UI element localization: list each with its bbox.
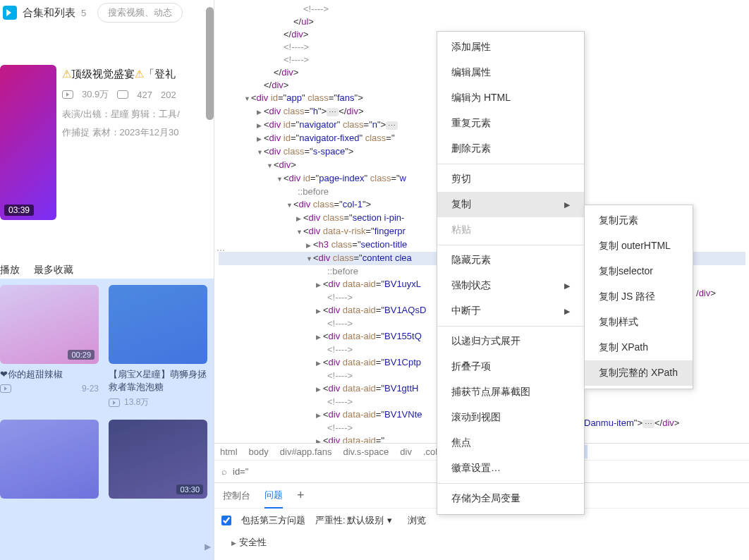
grid-item[interactable]: 【扇宝X星瞳】萌狮身拯救者靠泡泡糖 13.8万 [109,285,207,408]
views-count: 30.9万 [82,88,109,101]
year: 202 [161,90,176,100]
menu-item[interactable]: 存储为全局变量 [437,486,584,511]
caret-down-icon[interactable] [257,145,264,159]
menu-separator [437,326,584,327]
breadcrumb-item[interactable]: div#app.fans [280,446,332,457]
grid-item[interactable] [0,420,99,499]
scroll-right-icon[interactable]: ▶ [205,542,211,552]
menu-separator [437,164,584,164]
menu-item[interactable]: 隐藏元素 [437,248,584,273]
caret-down-icon[interactable] [286,198,293,212]
third-party-checkbox[interactable] [221,516,231,525]
menu-item[interactable]: 中断于▶ [437,298,584,324]
scrollbar[interactable] [206,7,214,120]
menu-item[interactable]: 徽章设置… [437,456,584,481]
caret-right-icon[interactable] [306,238,313,252]
grid-title: ❤你的超甜辣椒 [0,368,99,381]
tab-console[interactable]: 控制台 [223,484,250,508]
video-thumbnail[interactable]: 03:39 [0,65,56,220]
search-input[interactable]: 搜索视频、动态 [97,3,183,23]
grid-item[interactable]: 03:30 [109,420,207,499]
menu-item[interactable]: 强制状态▶ [437,273,584,298]
caret-down-icon[interactable] [244,92,251,105]
search-value[interactable]: id=" [233,466,248,477]
breadcrumb-item[interactable]: div.s-space [343,446,389,457]
breadcrumb-item[interactable]: body [249,446,269,457]
caret-right-icon[interactable] [257,105,264,118]
submenu-item[interactable]: 复制 JS 路径 [585,284,693,310]
dom-line[interactable]: </ul> [219,16,745,28]
menu-item[interactable]: 捕获节点屏幕截图 [437,379,584,405]
menu-item[interactable]: 复制▶ [437,192,584,217]
submenu-arrow-icon: ▶ [564,281,570,291]
video-grid-row2: 03:30 [0,417,214,501]
caret-right-icon[interactable] [316,408,323,422]
caret-down-icon[interactable] [267,159,274,172]
menu-item[interactable]: 以递归方式展开 [437,329,584,354]
grid-duration: 00:29 [68,350,95,360]
tab-issues[interactable]: 问题 [264,483,283,509]
tab-collect[interactable]: 最多收藏 [34,264,73,276]
submenu-arrow-icon: ▶ [564,307,570,316]
submenu-item[interactable]: 复制selector [585,259,693,284]
severity-dropdown[interactable]: 严重性:默认级别 ▾ [315,514,392,527]
browser-dropdown[interactable]: 浏览 [408,514,426,527]
menu-item[interactable]: 编辑属性 [437,60,584,85]
grid-item[interactable]: 00:29 ❤你的超甜辣椒 9-23 [0,285,99,408]
caret-right-icon[interactable] [316,304,323,317]
caret-down-icon[interactable] [296,225,303,238]
grid-stat: 9-23 [0,384,99,394]
menu-item[interactable]: 重复元素 [437,111,584,136]
submenu-item[interactable]: 复制元素 [585,208,693,233]
gutter-actions-icon[interactable]: ⋯ [214,244,227,257]
grid-duration: 03:30 [176,485,203,494]
caret-right-icon[interactable] [316,434,323,443]
caret-right-icon[interactable] [316,278,323,291]
caret-right-icon[interactable] [316,356,323,370]
caret-down-icon[interactable] [306,252,313,265]
views-icon [62,90,73,99]
caret-icon [231,537,239,547]
submenu-item[interactable]: 复制 XPath [585,335,693,360]
security-section[interactable]: 安全性 [214,532,749,553]
menu-item[interactable]: 剪切 [437,166,584,192]
caret-right-icon[interactable] [316,330,323,343]
menu-item[interactable]: 焦点 [437,430,584,456]
video-sidebar: 合集和列表 5 搜索视频、动态 03:39 ⚠顶级视觉盛宴⚠「登礼 30.9万 … [0,0,214,560]
grid-thumb[interactable] [0,420,99,499]
menu-item[interactable]: 删除元素 [437,136,584,162]
breadcrumb-item[interactable]: div [400,446,412,457]
breadcrumb-item[interactable]: html [220,446,238,457]
menu-item[interactable]: 编辑为 HTML [437,85,584,111]
menu-item[interactable]: 滚动到视图 [437,405,584,430]
caret-right-icon[interactable] [296,212,303,225]
submenu-item[interactable]: 复制 outerHTML [585,233,693,259]
grid-thumb[interactable]: 03:30 [109,420,207,499]
video-stats: 30.9万 427 202 [62,88,214,101]
dom-line[interactable]: <!----> [219,3,745,16]
copy-submenu[interactable]: 复制元素复制 outerHTML复制selector复制 JS 路径复制样式复制… [584,205,693,389]
video-duration: 03:39 [4,205,34,216]
header-title: 合集和列表 [23,6,75,20]
comments-count: 427 [137,90,152,100]
video-desc-1: 表演/出镜：星瞳 剪辑：工具/ [62,108,214,121]
menu-item[interactable]: 添加属性 [437,35,584,60]
grid-thumb[interactable]: 00:29 [0,285,99,364]
menu-item[interactable]: 折叠子项 [437,354,584,379]
sort-tabs: 播放 最多收藏 [0,260,214,282]
grid-thumb[interactable] [109,285,207,364]
submenu-item[interactable]: 复制样式 [585,310,693,335]
caret-right-icon[interactable] [257,132,264,145]
caret-right-icon[interactable] [316,382,323,396]
dom-fragment: /div> [696,288,716,298]
tab-add[interactable]: + [297,488,305,503]
featured-video[interactable]: 03:39 ⚠顶级视觉盛宴⚠「登礼 30.9万 427 202 表演/出镜：星瞳… [0,61,214,224]
caret-down-icon[interactable] [276,172,284,185]
search-icon: ⌕ [221,466,227,477]
menu-item: 粘贴 [437,217,584,243]
warn-icon: ⚠ [62,68,71,80]
caret-right-icon[interactable] [257,118,264,132]
context-menu[interactable]: 添加属性编辑属性编辑为 HTML重复元素删除元素剪切复制▶粘贴隐藏元素强制状态▶… [437,31,585,515]
submenu-item[interactable]: 复制完整的 XPath [585,360,693,386]
tab-play[interactable]: 播放 [0,264,20,276]
